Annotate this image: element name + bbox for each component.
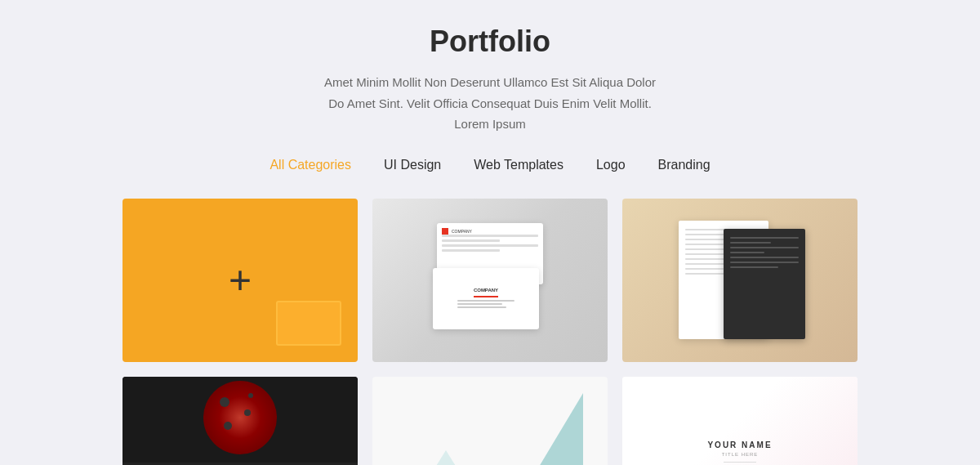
topping-1 [220,397,229,407]
portfolio-item-documents[interactable] [622,199,858,362]
documents-tile[interactable] [622,199,858,362]
geo-triangle-light [405,450,487,466]
doc-stack [670,217,809,343]
portfolio-header: Portfolio Amet Minim Mollit Non Deserunt… [16,25,964,135]
namecard-divider [724,462,756,463]
portfolio-grid: + COMPANY [122,199,858,466]
bcard-logo-square [442,228,448,235]
portfolio-item-namecard[interactable]: YOUR NAME TITLE HERE [622,377,858,466]
cat-logo[interactable]: Logo [596,154,626,176]
namecard-content: YOUR NAME TITLE HERE [679,440,801,465]
bcard-bottom-line-2 [457,303,502,305]
geometric-tile[interactable] [372,377,608,466]
food-website-tile[interactable]: Title Here Italian Food Link Link Link [122,377,358,466]
namecard-tile[interactable]: YOUR NAME TITLE HERE [622,377,858,466]
page-title: Portfolio [16,25,964,59]
doc-black-line-6 [730,262,799,263]
page-container: Portfolio Amet Minim Mollit Non Deserunt… [0,0,980,465]
subtitle-line2: Do Amet Sint. Velit Officia Consequat Du… [328,96,652,110]
bcard-logo-text: COMPANY [452,229,472,234]
subtitle-line3: Lorem Ipsum [454,117,526,131]
geo-triangle-teal [534,393,583,466]
bcard-line-short-2 [442,249,500,252]
namecard-your-name: YOUR NAME [679,440,801,449]
topping-4 [248,393,253,398]
doc-black-line-5 [730,257,799,258]
portfolio-item-add[interactable]: + [122,199,358,362]
cat-all-categories[interactable]: All Categories [270,154,351,176]
bcard-logo-area: COMPANY [442,228,538,235]
bcard-bottom-logo: COMPANY [474,288,498,293]
subtitle-line1: Amet Minim Mollit Non Deserunt Ullamco E… [324,75,656,89]
bcard-bottom-bar [474,296,498,297]
card-stack: COMPANY [425,223,555,338]
doc-black-line [730,237,799,239]
doc-black-line-7 [730,266,778,268]
doc-black-line-4 [730,252,764,253]
add-new-tile[interactable]: + [122,199,358,362]
topping-2 [244,409,251,416]
bcard-line-2 [442,244,538,247]
yellow-card-preview [276,301,341,346]
cat-web-templates[interactable]: Web Templates [474,154,564,176]
bcard-bottom-line-1 [457,300,514,302]
food-pizza-toppings [203,381,277,454]
doc-line-short [685,244,724,245]
doc-black-line-3 [730,247,799,248]
categories-nav: All Categories UI Design Web Templates L… [16,154,964,176]
bcard-bottom: COMPANY [433,268,539,329]
cat-ui-design[interactable]: UI Design [384,154,441,176]
doc-black-lines [724,229,805,279]
portfolio-item-business-cards[interactable]: COMPANY [372,199,608,362]
bcard-bottom-lines [457,300,514,310]
doc-line-short-2 [685,268,724,270]
bcard-line [442,235,538,237]
food-nav-bar [122,463,358,466]
business-cards-tile[interactable]: COMPANY [372,199,608,362]
doc-black [724,229,805,339]
portfolio-item-geometric[interactable] [372,377,608,466]
bcard-bottom-line-3 [457,306,506,308]
cat-branding[interactable]: Branding [658,154,710,176]
doc-black-line-2 [730,242,771,244]
portfolio-item-food[interactable]: Title Here Italian Food Link Link Link [122,377,358,466]
namecard-subtitle: TITLE HERE [679,452,801,457]
food-pizza-circle [203,381,277,454]
plus-icon: + [229,261,252,300]
bcard-bottom-inner: COMPANY [433,268,539,329]
portfolio-subtitle: Amet Minim Mollit Non Deserunt Ullamco E… [16,72,964,135]
bcard-line-short [442,239,500,242]
topping-3 [224,422,232,430]
